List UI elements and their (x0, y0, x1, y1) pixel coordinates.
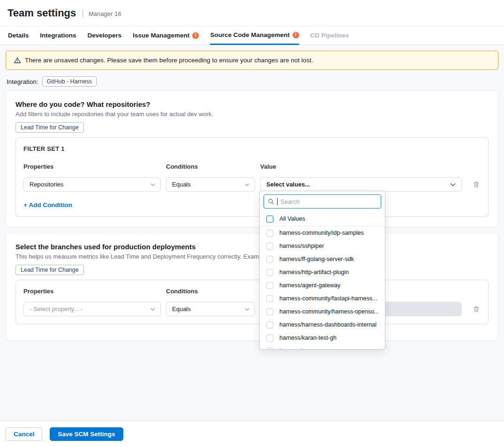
chevron-down-icon (449, 181, 457, 188)
repo-checkbox[interactable] (266, 308, 273, 315)
condition-select-value: Equals (172, 181, 191, 188)
tab-label: Developers (88, 32, 122, 39)
condition-select[interactable]: Equals (166, 302, 255, 316)
search-icon (268, 198, 274, 205)
all-values-label: All Values (279, 216, 305, 222)
trash-icon (473, 305, 480, 313)
search-input[interactable] (280, 198, 377, 205)
delete-filter-button[interactable] (470, 178, 483, 191)
dropdown-search-area (260, 191, 385, 212)
repo-option[interactable]: harness/sshpiper (260, 239, 385, 253)
footer-actions: Cancel Save SCM Settings (0, 420, 504, 447)
content-area: There are unsaved changes. Please save t… (0, 45, 504, 420)
cancel-button[interactable]: Cancel (6, 427, 42, 441)
tab-label: Integrations (40, 32, 76, 39)
team-settings-page: Team settings | Manager 16 Details Integ… (0, 0, 504, 447)
repo-option[interactable]: harness/harness-dashboards-internal (260, 318, 385, 331)
tab-integrations[interactable]: Integrations (40, 26, 76, 45)
tab-label: Source Code Management (210, 31, 290, 38)
tab-label: CD Pipelines (310, 32, 349, 39)
repo-option[interactable]: harness/ff-golang-server-sdk (260, 253, 385, 266)
page-header: Team settings | Manager 16 (0, 0, 504, 26)
conditions-column-header: Conditions (166, 288, 255, 295)
repo-label: harness/ff-golang-server-sdk (279, 256, 354, 262)
lead-time-chip: Lead Time for Change (15, 265, 84, 275)
filter-row: - Select property... - Equals (23, 302, 481, 316)
repo-label: harness-community/harness-openso... (279, 308, 378, 315)
save-scm-settings-button[interactable]: Save SCM Settings (50, 427, 123, 441)
page-title: Team settings (8, 7, 76, 19)
repo-checkbox[interactable] (266, 256, 273, 263)
property-select[interactable]: Repositories (23, 177, 161, 192)
filter-column-headers: Properties Conditions Value (23, 163, 481, 170)
tab-details[interactable]: Details (8, 26, 29, 45)
repo-checkbox[interactable] (266, 295, 273, 302)
integration-row: Integration: GitHub - Harness (7, 76, 497, 87)
chevron-down-icon (150, 306, 156, 312)
team-name: Manager 16 (89, 9, 121, 17)
lead-time-chip: Lead Time for Change (15, 122, 84, 133)
repo-label: harness/karan-test-gh (279, 335, 337, 341)
value-column-header: Value (260, 163, 462, 170)
add-condition-button[interactable]: + Add Condition (23, 201, 72, 209)
filter-set-label: FILTER SET 1 (23, 145, 481, 152)
chevron-down-icon (244, 182, 250, 187)
tab-developers[interactable]: Developers (88, 26, 122, 45)
filter-row: Repositories Equals Select values... (23, 177, 481, 192)
repo-label: harness/agent-gateway (279, 282, 340, 289)
repo-checkbox[interactable] (266, 269, 273, 276)
repo-checkbox[interactable] (266, 230, 273, 237)
repo-option[interactable]: harness/http-artifact-plugin (260, 266, 385, 279)
repositories-card-title: Where do you code? What repositories? (15, 100, 489, 108)
property-select-value: Repositories (30, 181, 63, 188)
repo-checkbox[interactable] (266, 348, 273, 350)
repo-label: harness-community/idp-samples (279, 230, 364, 236)
delete-filter-button[interactable] (470, 303, 483, 316)
banner-message: There are unsaved changes. Please save t… (25, 57, 313, 64)
tab-cd-pipelines: CD Pipelines (310, 26, 349, 45)
repo-checkbox[interactable] (266, 282, 273, 289)
title-divider: | (82, 8, 84, 18)
unsaved-changes-banner: There are unsaved changes. Please save t… (6, 51, 498, 70)
value-multiselect[interactable]: Select values... (260, 177, 462, 192)
condition-select[interactable]: Equals (166, 177, 255, 192)
repo-label: harness/… (279, 348, 308, 350)
conditions-column-header: Conditions (166, 163, 255, 170)
repo-option[interactable]: harness-community/fastapi-harness... (260, 292, 385, 305)
repo-label: harness/sshpiper (279, 243, 324, 249)
repo-checkbox[interactable] (266, 243, 273, 250)
repo-option[interactable]: harness/agent-gateway (260, 279, 385, 292)
warning-badge-icon: ! (293, 32, 299, 38)
tab-source-code-management[interactable]: Source Code Management ! (210, 26, 299, 45)
repo-option[interactable]: harness/karan-test-gh (260, 331, 385, 344)
repositories-card-subtitle: Add filters to include repositories that… (15, 111, 489, 118)
integration-chip[interactable]: GitHub - Harness (42, 76, 97, 87)
search-box (263, 194, 381, 209)
properties-column-header: Properties (23, 163, 161, 170)
warning-triangle-icon (14, 57, 21, 64)
branches-card: Select the branches used for production … (6, 233, 498, 341)
branches-card-title: Select the branches used for production … (15, 243, 489, 251)
text-cursor (277, 198, 278, 205)
repo-label: harness-community/fastapi-harness... (279, 295, 377, 302)
integration-label: Integration: (7, 78, 38, 85)
tab-issue-management[interactable]: Issue Management ! (133, 26, 199, 45)
trash-icon (473, 180, 480, 188)
tab-label: Issue Management (133, 32, 189, 39)
all-values-checkbox[interactable] (266, 216, 273, 223)
property-select[interactable]: - Select property... - (23, 302, 161, 316)
filter-column-headers: Properties Conditions (23, 288, 481, 295)
repo-option[interactable]: harness-community/harness-openso... (260, 305, 385, 318)
tab-label: Details (8, 32, 29, 39)
repo-label: harness/http-artifact-plugin (279, 269, 349, 276)
repo-label: harness/harness-dashboards-internal (279, 321, 376, 328)
all-values-option[interactable]: All Values (260, 212, 385, 226)
property-select-placeholder: - Select property... - (30, 305, 83, 313)
filter-set-1-panel: FILTER SET 1 Properties Conditions Value… (15, 137, 489, 217)
repo-option[interactable]: harness-community/idp-samples (260, 226, 385, 239)
repo-checkbox[interactable] (266, 335, 273, 342)
repo-checkbox[interactable] (266, 321, 273, 328)
repositories-card: Where do you code? What repositories? Ad… (6, 90, 498, 227)
warning-badge-icon: ! (192, 32, 199, 39)
repo-option-clipped[interactable]: harness/… (260, 344, 385, 350)
